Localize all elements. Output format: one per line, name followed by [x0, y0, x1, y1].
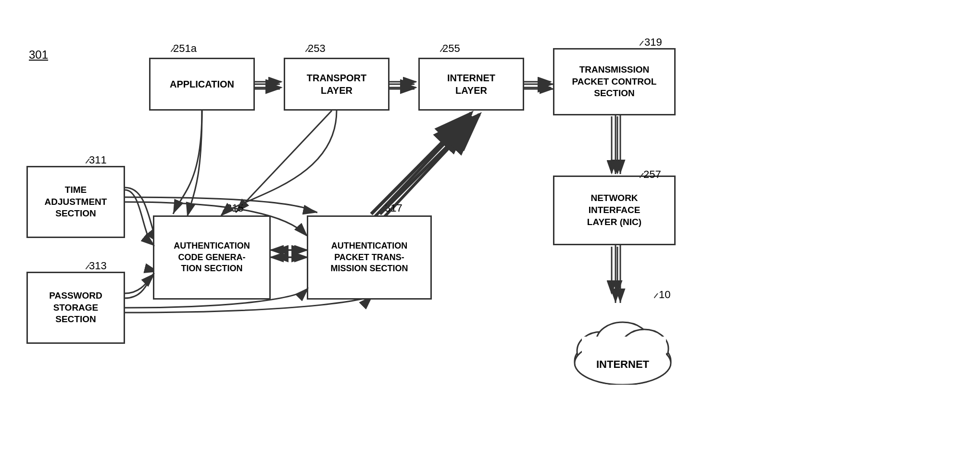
- ref-301: 301: [29, 48, 48, 62]
- svg-line-24: [86, 159, 89, 163]
- svg-line-25: [86, 264, 89, 269]
- internet-layer-box: INTERNETLAYER: [418, 58, 524, 111]
- svg-line-19: [171, 47, 175, 52]
- svg-line-21: [440, 47, 444, 52]
- network-interface-box: NETWORKINTERFACELAYER (NIC): [553, 176, 676, 245]
- svg-line-18: [236, 111, 332, 213]
- diagram-container: APPLICATION TRANSPORTLAYER INTERNETLAYER…: [0, 0, 980, 465]
- tx-packet-control-box: TRANSMISSIONPACKET CONTROLSECTION: [553, 48, 676, 115]
- svg-line-53: [380, 114, 479, 214]
- svg-line-23: [640, 173, 643, 178]
- time-adjustment-box: TIMEADJUSTMENTSECTION: [26, 166, 125, 238]
- svg-line-20: [305, 47, 309, 52]
- auth-code-gen-box: AUTHENTICATIONCODE GENERA-TION SECTION: [153, 215, 271, 300]
- svg-line-52: [371, 113, 471, 214]
- svg-line-16: [375, 115, 471, 216]
- password-storage-box: PASSWORDSTORAGESECTION: [26, 272, 125, 344]
- svg-line-17: [385, 116, 478, 216]
- internet-cloud: INTERNET: [558, 289, 688, 385]
- svg-line-26: [223, 207, 226, 212]
- svg-line-27: [381, 207, 385, 212]
- svg-text:INTERNET: INTERNET: [596, 358, 650, 370]
- application-box: APPLICATION: [149, 58, 255, 111]
- svg-line-22: [640, 41, 643, 46]
- transport-layer-box: TRANSPORTLAYER: [284, 58, 389, 111]
- auth-packet-trans-box: AUTHENTICATIONPACKET TRANS-MISSION SECTI…: [307, 215, 432, 300]
